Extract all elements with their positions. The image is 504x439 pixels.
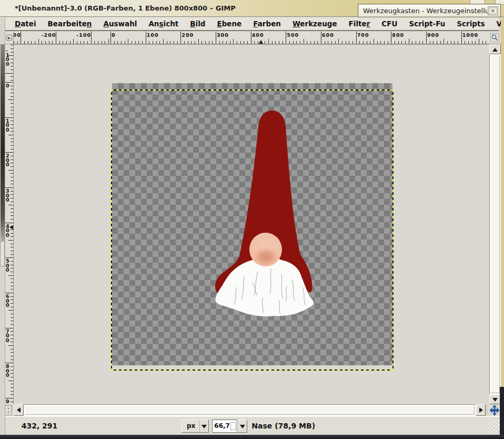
pointer-position-marker-icon — [9, 225, 13, 230]
hruler-label: 1000 — [462, 32, 478, 38]
zoom-combo[interactable]: 66,7 — [212, 420, 247, 433]
hruler-label: -200 — [42, 32, 56, 38]
menu-item-farben[interactable]: Farben — [248, 18, 286, 29]
menu-item-ebene[interactable]: Ebene — [211, 18, 247, 29]
hruler-label: 800 — [392, 32, 404, 38]
hruler-label: 600 — [322, 32, 334, 38]
menu-item-werkzeuge[interactable]: Werkzeuge — [287, 18, 342, 29]
image-menu-button[interactable]: ▶ — [5, 32, 14, 44]
hruler-label: 300 — [217, 32, 229, 38]
scroll-right-icon — [479, 407, 483, 413]
gnome-nose-blush — [257, 251, 275, 263]
vruler-label: 4 0 0 — [6, 224, 9, 238]
vruler-label: 2 0 0 — [6, 154, 9, 167]
status-message: Nase (78,9 MB) — [251, 422, 315, 430]
layer-boundary — [392, 89, 394, 371]
vruler-label: 7 0 0 — [6, 330, 9, 343]
hruler-label: -300 — [14, 32, 21, 38]
hruler-label: 200 — [182, 32, 194, 38]
layer-boundary — [111, 370, 394, 371]
menu-item-cfu[interactable]: CFU — [376, 18, 402, 29]
toolbox-window-titlebar[interactable]: Werkzeugkasten - Werkzeugeinstellung... … — [358, 4, 501, 17]
vertical-scrollbar-thumb[interactable] — [490, 55, 500, 393]
text-caret-icon — [230, 422, 236, 430]
pan-cross-icon — [488, 404, 501, 416]
scroll-left-button[interactable] — [14, 404, 24, 416]
gnome-image — [208, 98, 329, 324]
background-window-edge — [500, 387, 504, 439]
statusbar: 432, 291 px 66,7 Nase (78,9 MB) — [0, 416, 501, 435]
background-window-edge — [501, 17, 504, 387]
menubar: DateiBearbeitenAuswahlAnsichtBildEbeneFa… — [5, 17, 499, 31]
zoom-follow-window-button[interactable] — [489, 32, 501, 44]
unit-select[interactable]: px — [182, 420, 209, 433]
vruler-label: 5 0 0 — [6, 259, 9, 273]
background-window-edge — [0, 241, 5, 266]
vruler-label: - 1 0 0 — [6, 48, 9, 66]
menu-item-bearbeiten[interactable]: Bearbeiten — [43, 18, 97, 29]
hruler-label: 400 — [252, 32, 264, 38]
hruler-label: 500 — [287, 32, 299, 38]
magnifier-icon — [490, 33, 499, 42]
scroll-left-icon — [17, 407, 21, 413]
close-icon[interactable]: ✕ — [488, 6, 498, 15]
vruler-label: 9 0 0 — [6, 400, 9, 404]
scroll-down-icon — [492, 398, 498, 402]
layer-boundary — [111, 89, 112, 371]
image-menu-icon: ▶ — [6, 35, 12, 41]
window-title: *[Unbenannt]-3.0 (RGB-Farben, 1 Ebene) 8… — [15, 4, 236, 12]
vruler-label: 0 — [6, 84, 9, 88]
zoom-input[interactable]: 66,7 — [212, 420, 237, 433]
background-window-edge — [0, 435, 504, 439]
horizontal-scrollbar-thumb[interactable] — [25, 405, 475, 415]
zoom-value: 66,7 — [213, 422, 230, 430]
hruler-label: 700 — [357, 32, 369, 38]
vruler-label: 3 0 0 — [6, 189, 9, 203]
horizontal-ruler[interactable]: -300-200-1000100200300400500600700800900… — [14, 32, 489, 44]
menu-item-ansicht[interactable]: Ansicht — [143, 18, 184, 29]
layer-boundary — [111, 89, 394, 91]
image-canvas[interactable] — [14, 44, 489, 404]
zoom-dropdown-button[interactable] — [237, 420, 247, 433]
hruler-label: 900 — [427, 32, 439, 38]
vruler-label: 1 0 0 — [6, 119, 9, 133]
vertical-ruler[interactable]: - 1 0 001 0 02 0 03 0 04 0 05 0 06 0 07 … — [5, 44, 14, 404]
pointer-position-marker-icon — [259, 40, 263, 44]
hruler-label: 100 — [147, 32, 159, 38]
toolbox-window-title: Werkzeugkasten - Werkzeugeinstellung... — [358, 7, 488, 15]
hruler-label: -100 — [76, 32, 91, 38]
vruler-label: 6 0 0 — [6, 294, 9, 308]
dropdown-arrow-icon — [240, 425, 245, 428]
window-resize-grip[interactable] — [488, 421, 500, 433]
menu-item-filter[interactable]: Filter — [344, 18, 376, 29]
scroll-up-icon — [492, 48, 498, 52]
hruler-label: 0 — [112, 32, 116, 38]
background-window-edge — [1, 44, 5, 241]
unit-value: px — [182, 420, 199, 432]
scroll-down-button[interactable] — [489, 394, 501, 404]
menu-item-scripts[interactable]: Scripts — [451, 18, 490, 29]
menu-item-datei[interactable]: Datei — [9, 18, 42, 29]
scroll-up-button[interactable] — [489, 44, 501, 54]
menu-item-script-fu[interactable]: Script-Fu — [404, 18, 450, 29]
menu-item-bild[interactable]: Bild — [185, 18, 210, 29]
navigation-pan-button[interactable] — [488, 404, 501, 416]
vruler-label: 8 0 0 — [6, 364, 9, 378]
dropdown-arrow-icon — [201, 425, 207, 428]
scroll-right-button[interactable] — [476, 404, 486, 416]
cursor-position-label: 432, 291 — [11, 422, 68, 430]
menu-item-auswahl[interactable]: Auswahl — [98, 18, 142, 29]
